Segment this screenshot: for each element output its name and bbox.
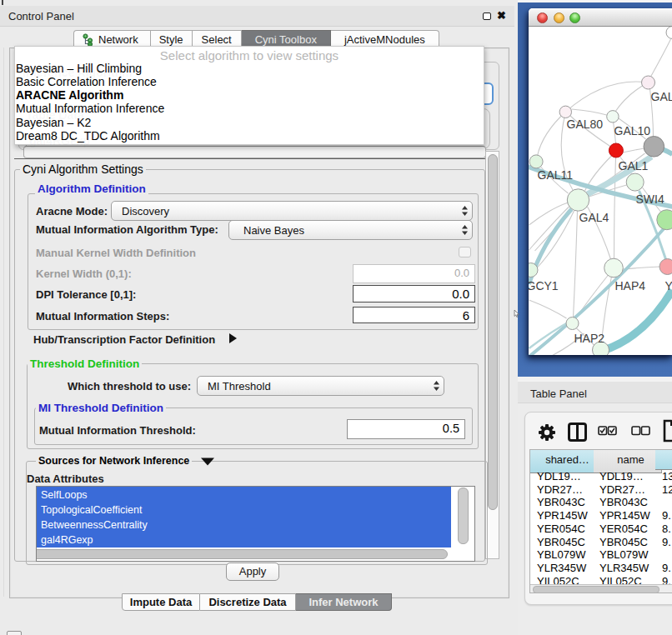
svg-text:HAP4: HAP4 [614,279,645,292]
svg-text:GCY1: GCY1 [529,279,559,292]
svg-text:HAP2: HAP2 [574,332,604,345]
svg-text:GAL80: GAL80 [566,118,603,131]
svg-text:GAL4: GAL4 [579,211,609,224]
svg-text:YM: YM [664,279,672,292]
svg-text:GAL10: GAL10 [614,124,650,138]
svg-text:GAL11: GAL11 [537,168,573,182]
svg-text:GAL7: GAL7 [650,90,672,103]
svg-text:SWI4: SWI4 [635,192,664,206]
svg-text:GAL1: GAL1 [618,159,648,172]
